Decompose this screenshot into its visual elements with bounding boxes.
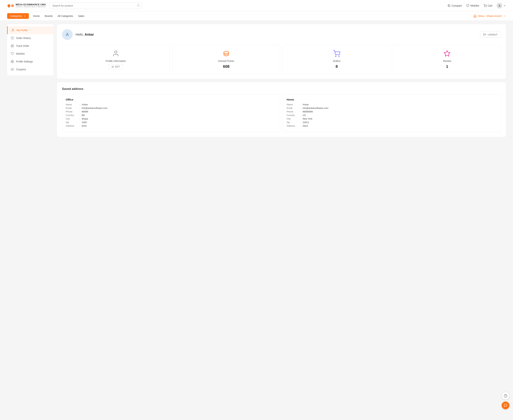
sidebar-profile-settings-label: Profile Settings (16, 60, 33, 63)
address-row: Email : info@anbarsoftware.com (287, 107, 497, 109)
wishlist-button[interactable]: Wishlist (466, 4, 479, 7)
brand-tagline: SINGLE VENDOR MULTI BRANCH (16, 6, 46, 8)
fab-help-button[interactable] (502, 392, 509, 400)
stat-orders: Orders 8 (283, 45, 390, 74)
nav-links: Home Brands All Categories Sales (33, 15, 85, 17)
logout-button[interactable]: LOGOUT (480, 31, 501, 38)
review-value: 1 (446, 64, 448, 69)
wishlist-label: Wishlist (470, 4, 479, 7)
user-menu[interactable]: A (497, 3, 506, 8)
sidebar: My Profile Order History Track Order Wis… (7, 24, 54, 75)
avatar: A (62, 29, 73, 40)
svg-point-1 (11, 4, 14, 7)
svg-point-17 (224, 51, 229, 53)
search-bar (49, 2, 142, 9)
svg-point-16 (115, 51, 117, 53)
address-row: Name : Anbar (287, 103, 497, 106)
settings-icon (11, 60, 14, 63)
compare-button[interactable]: Compare (447, 4, 462, 7)
sidebar-item-wishlist[interactable]: Wishlist (7, 50, 54, 58)
edit-profile-button[interactable]: EDIT (109, 64, 123, 69)
svg-point-6 (486, 7, 486, 7)
logout-label: LOGOUT (488, 33, 497, 36)
search-input[interactable] (49, 2, 142, 9)
address-row: Zip : 1000 (66, 121, 276, 124)
review-label: Review (443, 60, 451, 62)
address-row: Name : Anbar (66, 103, 276, 106)
earned-points-value: 608 (223, 64, 230, 69)
sidebar-item-coupons[interactable]: Coupons (7, 66, 54, 73)
svg-marker-9 (11, 45, 14, 47)
sidebar-item-track-order[interactable]: Track Order (7, 42, 54, 50)
search-button[interactable] (137, 4, 140, 7)
brand-name: MESA ECOMMARCE CMS (16, 3, 46, 6)
profile-greeting: Hello, Anbar (76, 33, 94, 37)
address-row: Country : US (287, 114, 497, 117)
nav-all-categories[interactable]: All Categories (58, 15, 73, 17)
sidebar-wishlist-label: Wishlist (16, 52, 24, 55)
svg-marker-20 (444, 51, 450, 56)
cart-button[interactable]: Cart (483, 4, 492, 7)
heart-icon (11, 52, 14, 55)
coupon-icon (11, 68, 14, 71)
sidebar-item-order-history[interactable]: Order History (7, 34, 54, 42)
user-avatar: A (497, 3, 502, 8)
svg-point-3 (137, 4, 139, 6)
address-card-office: Office Name : Anbar Email : info@anbarso… (62, 94, 280, 132)
review-icon (443, 49, 451, 58)
categories-label: Categories (10, 15, 22, 17)
profile-header: A Hello, Anbar LOGOUT (62, 29, 501, 40)
logout-icon (483, 33, 486, 36)
sidebar-order-history-label: Order History (16, 37, 31, 39)
address-row: Phone : 66868 (66, 110, 276, 113)
store-icon (474, 15, 477, 18)
address-row: Country : BD (66, 114, 276, 117)
home-address-title: Home (287, 98, 497, 101)
earned-points-label: Earned Points (218, 60, 234, 62)
profile-user: A Hello, Anbar (62, 29, 94, 40)
svg-point-7 (12, 29, 13, 30)
clock-icon (11, 37, 14, 40)
nav-sales[interactable]: Sales (78, 15, 85, 17)
compare-icon (447, 4, 451, 7)
main-content: My Profile Order History Track Order Wis… (0, 21, 513, 420)
svg-point-12 (12, 61, 13, 62)
sidebar-item-profile-settings[interactable]: Profile Settings (7, 58, 54, 66)
branch-label: Mesa - Dhaka branch (478, 15, 502, 17)
stat-profile-label: Profile Information (106, 60, 126, 62)
svg-point-18 (335, 56, 336, 56)
svg-point-2 (8, 7, 9, 8)
address-row: Phone : 66886886 (287, 110, 497, 113)
edit-label: EDIT (115, 66, 120, 68)
svg-rect-4 (449, 5, 450, 7)
edit-icon (112, 66, 114, 68)
nav-home[interactable]: Home (33, 15, 40, 17)
address-row: Address : bvhh (66, 125, 276, 127)
saved-address-title: Saved address (62, 87, 501, 91)
fab-chat-button[interactable] (502, 402, 509, 409)
fab-container (502, 392, 509, 409)
address-grid: Office Name : Anbar Email : info@anbarso… (62, 94, 501, 132)
coins-icon (222, 49, 231, 58)
stat-profile-info: Profile Information EDIT (62, 45, 170, 74)
stat-review: Review 1 (393, 45, 501, 74)
nav-brands[interactable]: Brands (45, 15, 53, 17)
chat-icon (504, 404, 507, 407)
branch-selector[interactable]: Mesa - Dhaka branch (474, 15, 506, 18)
address-row: City : dhaka (66, 117, 276, 120)
stat-earned-points: Earned Points 608 (172, 45, 280, 74)
map-icon (11, 44, 14, 47)
profile-info-icon (111, 49, 120, 58)
logo-text: MESA ECOMMARCE CMS SINGLE VENDOR MULTI B… (16, 3, 46, 8)
profile-username: Anbar (85, 33, 94, 36)
sidebar-item-my-profile[interactable]: My Profile (7, 26, 54, 34)
office-address-title: Office (66, 98, 276, 101)
compare-label: Compare (452, 4, 462, 7)
chevron-down-icon (503, 15, 506, 17)
chevron-down-icon (23, 15, 26, 17)
cart-label: Cart (488, 4, 492, 7)
svg-point-19 (339, 56, 339, 56)
user-icon (11, 29, 15, 32)
logo-icon (7, 2, 14, 9)
categories-button[interactable]: Categories (7, 13, 29, 19)
